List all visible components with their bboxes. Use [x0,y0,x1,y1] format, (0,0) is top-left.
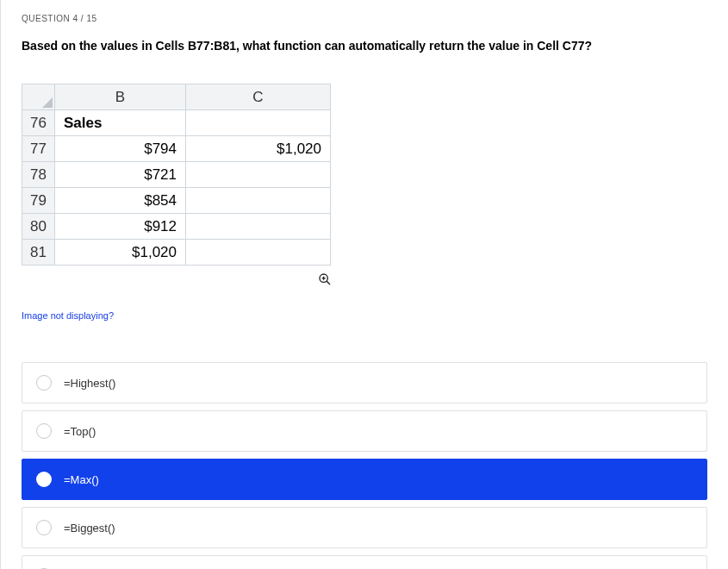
cell-b76: Sales [55,110,186,136]
cell-b80: $912 [55,214,186,240]
question-counter: QUESTION 4 / 15 [22,14,707,23]
option-label: =Max() [64,473,99,486]
column-header-c: C [186,84,331,110]
radio-icon [36,472,52,487]
zoom-icon[interactable] [318,272,332,290]
corner-cell [22,84,55,110]
cell-c76 [186,110,331,136]
answer-options: =Highest() =Top() =Max() =Biggest() =Cei… [22,362,707,569]
quiz-container: QUESTION 4 / 15 Based on the values in C… [1,0,728,569]
row-header-79: 79 [22,188,55,214]
cell-b78: $721 [55,162,186,188]
row-header-76: 76 [22,110,55,136]
radio-icon [36,520,52,535]
column-header-b: B [55,84,186,110]
option-label: =Biggest() [64,522,115,535]
svg-line-1 [327,281,330,284]
cell-c81 [186,240,331,266]
option-b[interactable]: =Top() [22,410,707,452]
cell-b77: $794 [55,136,186,162]
option-label: =Highest() [64,377,115,390]
cell-c78 [186,162,331,188]
cell-c79 [186,188,331,214]
row-header-78: 78 [22,162,55,188]
spreadsheet-image: B C 76 Sales 77 $794 $1,020 78 $721 79 $… [22,84,707,293]
row-header-81: 81 [22,240,55,266]
radio-icon [36,375,52,391]
option-label: =Top() [64,425,96,438]
option-e[interactable]: =Ceiling() [22,555,707,569]
option-c[interactable]: =Max() [22,459,707,500]
question-text: Based on the values in Cells B77:B81, wh… [22,39,707,53]
cell-b79: $854 [55,188,186,214]
row-header-77: 77 [22,136,55,162]
image-not-displaying-link[interactable]: Image not displaying? [22,310,707,321]
row-header-80: 80 [22,214,55,240]
spreadsheet-table: B C 76 Sales 77 $794 $1,020 78 $721 79 $… [22,84,331,266]
option-d[interactable]: =Biggest() [22,507,707,548]
radio-icon [36,423,52,439]
cell-c80 [186,214,331,240]
cell-b81: $1,020 [55,240,186,266]
option-a[interactable]: =Highest() [22,362,707,403]
cell-c77: $1,020 [186,136,331,162]
